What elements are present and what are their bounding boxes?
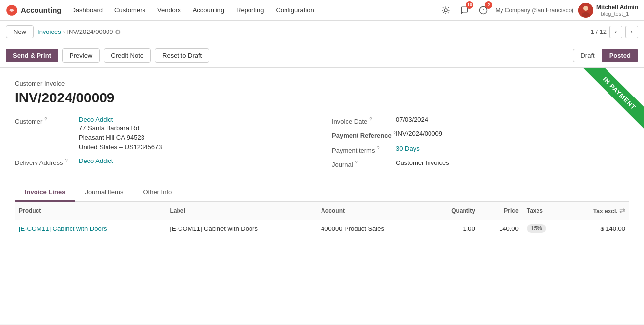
- nav-vendors[interactable]: Vendors: [152, 3, 186, 17]
- tax-badge: 15%: [527, 224, 546, 233]
- payment-terms-field-row: Payment terms ? 30 Days: [332, 145, 629, 154]
- customer-address: 77 Santa Barbara Rd Pleasant Hill CA 945…: [79, 123, 162, 152]
- delivery-address-value[interactable]: Deco Addict: [79, 157, 113, 164]
- breadcrumb-current: INV/2024/00009: [67, 28, 113, 35]
- svg-point-7: [582, 12, 590, 17]
- row-product[interactable]: [E-COM11] Cabinet with Doors: [15, 220, 166, 237]
- form-right-column: Invoice Date ? 07/03/2024 Payment Refere…: [332, 116, 629, 173]
- user-subtitle: ≡ blog_test_1: [596, 11, 638, 17]
- nav-dashboard[interactable]: Dashboard: [67, 3, 108, 17]
- company-name[interactable]: My Company (San Francisco): [495, 7, 573, 14]
- row-account: 400000 Product Sales: [317, 220, 429, 237]
- status-posted-button[interactable]: Posted: [602, 49, 638, 62]
- journal-value: Customer Invoices: [396, 159, 449, 166]
- col-price: Price: [479, 202, 523, 220]
- table-row: [E-COM11] Cabinet with Doors [E-COM11] C…: [15, 220, 629, 237]
- main-content: IN PAYMENT Customer Invoice INV/2024/000…: [0, 68, 644, 324]
- credit-note-button[interactable]: Credit Note: [104, 48, 151, 63]
- row-tax-excl: $ 140.00: [566, 220, 629, 237]
- columns-toggle-icon[interactable]: ⇄: [619, 207, 625, 215]
- status-draft-button[interactable]: Draft: [573, 49, 602, 62]
- row-price: 140.00: [479, 220, 523, 237]
- document-number: INV/2024/00009: [15, 90, 629, 106]
- col-label: Label: [166, 202, 318, 220]
- user-info-block: Mitchell Admin ≡ blog_test_1: [596, 4, 638, 17]
- address-line3: United States – US12345673: [79, 142, 162, 152]
- col-tax-excl: Tax excl. ⇄: [566, 202, 629, 220]
- table-header: Product Label Account Quantity Price Tax…: [15, 202, 629, 220]
- user-name: Mitchell Admin: [596, 4, 638, 11]
- app-logo[interactable]: Accounting: [6, 4, 62, 16]
- row-label: [E-COM11] Cabinet with Doors: [166, 220, 318, 237]
- customer-field-row: Customer ? Deco Addict 77 Santa Barbara …: [15, 116, 312, 152]
- user-avatar-area[interactable]: Mitchell Admin ≡ blog_test_1: [578, 3, 638, 18]
- customer-name[interactable]: Deco Addict: [79, 116, 162, 123]
- alerts-badge: 2: [485, 1, 492, 9]
- send-print-button[interactable]: Send & Print: [6, 49, 58, 62]
- reset-to-draft-button[interactable]: Reset to Draft: [155, 48, 209, 63]
- avatar-image: [578, 3, 593, 18]
- odoo-logo-icon: [6, 4, 18, 16]
- nav-customers[interactable]: Customers: [109, 3, 150, 17]
- topnav-right-area: 10 2 My Company (San Francisco) Mitchell…: [439, 3, 638, 18]
- delivery-address-label: Delivery Address ?: [15, 157, 79, 166]
- debug-icon: [441, 6, 450, 15]
- user-avatar: [578, 3, 593, 18]
- pagination-info: 1 / 12: [590, 28, 607, 35]
- invoice-date-label: Invoice Date ?: [332, 116, 396, 125]
- journal-field-row: Journal ? Customer Invoices: [332, 159, 629, 168]
- form-left-column: Customer ? Deco Addict 77 Santa Barbara …: [15, 116, 312, 173]
- messages-icon-btn[interactable]: 10: [458, 3, 471, 17]
- settings-gear-icon[interactable]: ⚙: [115, 28, 121, 36]
- top-navigation: Accounting Dashboard Customers Vendors A…: [0, 0, 644, 21]
- journal-label: Journal ?: [332, 159, 396, 168]
- preview-button[interactable]: Preview: [62, 48, 100, 63]
- tab-other-info[interactable]: Other Info: [133, 183, 181, 202]
- pagination-next-button[interactable]: ›: [625, 26, 638, 38]
- breadcrumb-invoices-link[interactable]: Invoices: [37, 28, 61, 35]
- col-account: Account: [317, 202, 429, 220]
- tab-invoice-lines[interactable]: Invoice Lines: [15, 183, 75, 202]
- delivery-address-field-row: Delivery Address ? Deco Addict: [15, 157, 312, 166]
- messages-badge: 10: [466, 1, 473, 9]
- row-taxes: 15%: [523, 220, 566, 237]
- document-tabs: Invoice Lines Journal Items Other Info: [15, 183, 629, 202]
- pagination-prev-button[interactable]: ‹: [609, 26, 622, 38]
- address-line2: Pleasant Hill CA 94523: [79, 133, 162, 143]
- document-type: Customer Invoice: [15, 80, 629, 87]
- document-form: Customer ? Deco Addict 77 Santa Barbara …: [15, 116, 629, 173]
- debug-icon-btn[interactable]: [439, 3, 453, 17]
- payment-terms-value[interactable]: 30 Days: [396, 145, 420, 152]
- payment-ref-label: Payment Reference ?: [332, 130, 396, 139]
- status-buttons: Draft Posted: [573, 49, 638, 62]
- breadcrumb-separator: ›: [63, 29, 65, 35]
- customer-value: Deco Addict 77 Santa Barbara Rd Pleasant…: [79, 116, 162, 152]
- table-body: [E-COM11] Cabinet with Doors [E-COM11] C…: [15, 220, 629, 237]
- brand-name: Accounting: [21, 6, 62, 14]
- pagination: 1 / 12 ‹ ›: [590, 26, 638, 38]
- new-button[interactable]: New: [6, 25, 34, 38]
- invoice-lines-table: Product Label Account Quantity Price Tax…: [15, 202, 629, 237]
- col-quantity: Quantity: [429, 202, 479, 220]
- svg-point-6: [583, 6, 588, 11]
- breadcrumb: Invoices › INV/2024/00009 ⚙: [37, 28, 121, 36]
- payment-ref-field-row: Payment Reference ? INV/2024/00009: [332, 130, 629, 139]
- invoice-date-field-row: Invoice Date ? 07/03/2024: [332, 116, 629, 125]
- breadcrumb-bar: New Invoices › INV/2024/00009 ⚙ 1 / 12 ‹…: [0, 21, 644, 43]
- action-bar: Send & Print Preview Credit Note Reset t…: [0, 43, 644, 68]
- payment-terms-label: Payment terms ?: [332, 145, 396, 154]
- payment-ref-value: INV/2024/00009: [396, 130, 442, 137]
- col-product: Product: [15, 202, 166, 220]
- nav-reporting[interactable]: Reporting: [231, 3, 269, 17]
- nav-accounting[interactable]: Accounting: [188, 3, 229, 17]
- address-line1: 77 Santa Barbara Rd: [79, 123, 162, 133]
- tab-journal-items[interactable]: Journal Items: [75, 183, 133, 202]
- customer-label: Customer ?: [15, 116, 79, 125]
- row-quantity: 1.00: [429, 220, 479, 237]
- svg-point-1: [444, 9, 447, 12]
- invoice-date-value: 07/03/2024: [396, 116, 428, 123]
- col-taxes: Taxes: [523, 202, 566, 220]
- nav-configuration[interactable]: Configuration: [271, 3, 319, 17]
- alerts-icon-btn[interactable]: 2: [476, 3, 490, 17]
